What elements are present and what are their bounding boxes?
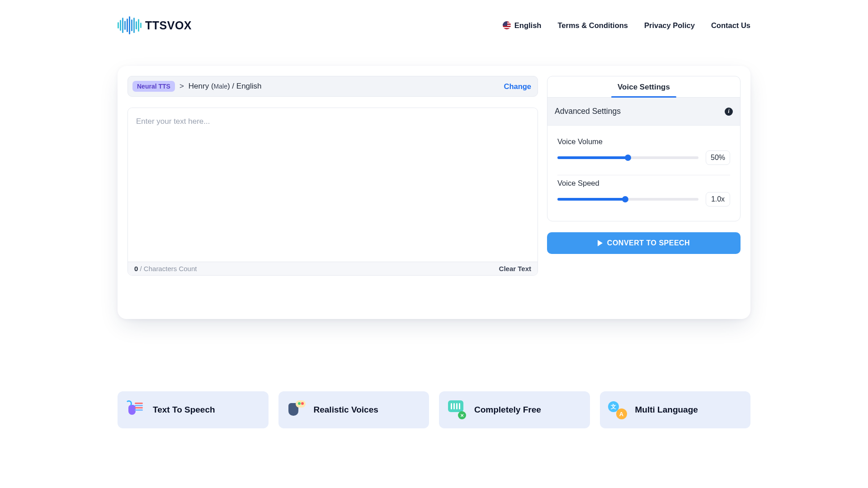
header: TTSVOX English Terms & Conditions Privac… bbox=[0, 0, 868, 41]
voice-volume-label: Voice Volume bbox=[557, 137, 730, 146]
selected-voice-lang: English bbox=[236, 82, 262, 90]
char-count-sep: / bbox=[138, 265, 144, 272]
nav-privacy[interactable]: Privacy Policy bbox=[644, 21, 695, 30]
voices-icon bbox=[287, 400, 306, 419]
voice-speed-slider[interactable] bbox=[557, 198, 698, 201]
convert-to-speech-button[interactable]: CONVERT TO SPEECH bbox=[547, 232, 741, 254]
convert-button-label: CONVERT TO SPEECH bbox=[607, 239, 690, 247]
feature-free-label: Completely Free bbox=[474, 405, 541, 415]
tts-icon bbox=[126, 400, 145, 419]
converter-card: Neural TTS > Henry (Male) / English Chan… bbox=[118, 66, 750, 319]
selected-voice: Henry (Male) / English bbox=[189, 82, 262, 91]
feature-multilang: Multi Language bbox=[600, 391, 751, 428]
voice-volume-row: Voice Volume 50% bbox=[557, 134, 730, 175]
clear-text-button[interactable]: Clear Text bbox=[499, 265, 531, 272]
text-input[interactable] bbox=[128, 108, 538, 262]
feature-tiles: Text To Speech Realistic Voices Complete… bbox=[0, 319, 868, 428]
main-nav: English Terms & Conditions Privacy Polic… bbox=[503, 21, 750, 30]
advanced-settings-header: Advanced Settings i bbox=[547, 98, 740, 126]
feature-voices: Realistic Voices bbox=[278, 391, 429, 428]
free-icon bbox=[447, 400, 466, 419]
voice-bar-separator: > bbox=[179, 82, 184, 91]
nav-terms[interactable]: Terms & Conditions bbox=[557, 21, 628, 30]
change-voice-link[interactable]: Change bbox=[504, 82, 531, 91]
feature-free: Completely Free bbox=[439, 391, 590, 428]
voice-settings-panel: Voice Settings Advanced Settings i Voice… bbox=[547, 76, 741, 221]
nav-contact[interactable]: Contact Us bbox=[711, 21, 750, 30]
multilang-icon bbox=[608, 400, 627, 419]
language-label: English bbox=[514, 21, 542, 30]
voice-speed-value: 1.0x bbox=[706, 192, 730, 206]
flag-us-icon bbox=[503, 21, 511, 29]
character-counter: 0 / Characters Count bbox=[134, 265, 197, 272]
voice-speed-label: Voice Speed bbox=[557, 179, 730, 188]
voice-speed-row: Voice Speed 1.0x bbox=[557, 175, 730, 216]
play-icon bbox=[598, 240, 603, 246]
selected-voice-gender: Male bbox=[214, 83, 227, 90]
feature-voices-label: Realistic Voices bbox=[314, 405, 378, 415]
neural-tts-badge: Neural TTS bbox=[132, 81, 175, 92]
char-count-label: Characters Count bbox=[144, 265, 197, 272]
editor-footer: 0 / Characters Count Clear Text bbox=[128, 262, 538, 275]
language-switcher[interactable]: English bbox=[503, 21, 542, 30]
logo-text: TTSVOX bbox=[145, 19, 192, 32]
text-editor: 0 / Characters Count Clear Text bbox=[127, 108, 538, 276]
voice-selection-bar: Neural TTS > Henry (Male) / English Chan… bbox=[127, 76, 538, 97]
voice-settings-tab[interactable]: Voice Settings bbox=[547, 76, 740, 98]
feature-tts: Text To Speech bbox=[118, 391, 269, 428]
voice-volume-slider[interactable] bbox=[557, 156, 698, 159]
feature-multilang-label: Multi Language bbox=[635, 405, 698, 415]
voice-volume-value: 50% bbox=[706, 150, 730, 165]
logo[interactable]: TTSVOX bbox=[118, 16, 192, 34]
feature-tts-label: Text To Speech bbox=[153, 405, 215, 415]
logo-wave-icon bbox=[118, 16, 142, 34]
selected-voice-name: Henry bbox=[189, 82, 209, 90]
advanced-settings-title: Advanced Settings bbox=[555, 107, 621, 116]
info-icon[interactable]: i bbox=[725, 108, 733, 116]
